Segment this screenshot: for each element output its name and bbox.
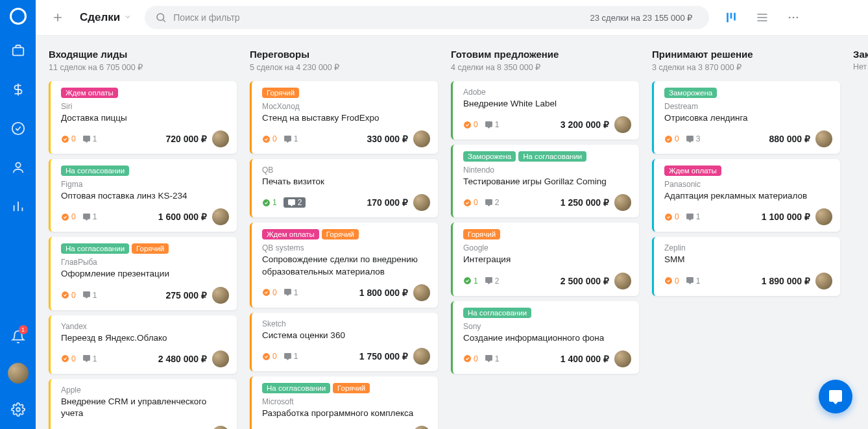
deal-title: Отрисовка лендинга bbox=[664, 112, 832, 124]
deal-tag: Горячий bbox=[463, 229, 500, 239]
deal-price: 2 480 000 ₽ bbox=[158, 354, 207, 364]
deal-card[interactable]: QBПечать визиток 1 2 170 000 ₽ bbox=[250, 159, 438, 217]
more-button[interactable] bbox=[784, 8, 802, 27]
column-subtitle: 3 сделки на 3 870 000 ₽ bbox=[652, 62, 840, 72]
deal-card[interactable]: ЗамороженаDestreamОтрисовка лендинга 0 3… bbox=[652, 81, 840, 154]
svg-point-7 bbox=[797, 17, 799, 19]
comment-count: 2 bbox=[485, 198, 500, 207]
deal-card[interactable]: SketchСистема оценки 360 0 1 1 750 000 ₽ bbox=[250, 313, 438, 371]
deal-card[interactable]: YandexПереезд в Яндекс.Облако 0 1 2 480 … bbox=[49, 315, 237, 374]
deal-card[interactable]: На согласованииSonyСоздание информационн… bbox=[451, 301, 639, 374]
comment-count: 1 bbox=[82, 134, 97, 143]
check-count: 0 bbox=[262, 134, 277, 143]
assignee-avatar bbox=[815, 130, 832, 147]
comment-count: 1 bbox=[283, 134, 298, 143]
add-button[interactable] bbox=[49, 8, 67, 27]
svg-point-13 bbox=[263, 136, 270, 143]
kanban-column: Входящие лиды 11 сделок на 6 705 000 ₽Жд… bbox=[49, 49, 237, 429]
assignee-avatar bbox=[815, 273, 832, 289]
deal-company: Siri bbox=[61, 102, 229, 111]
deal-price: 275 000 ₽ bbox=[166, 290, 208, 300]
chevron-down-icon bbox=[124, 11, 132, 24]
svg-point-15 bbox=[263, 289, 270, 296]
check-count: 1 bbox=[262, 198, 277, 207]
deal-card[interactable]: ГорячийGoogleИнтеграция 1 2 2 500 000 ₽ bbox=[451, 223, 639, 295]
nav-money[interactable] bbox=[5, 77, 31, 103]
deal-card[interactable]: Ждем оплатыГорячийQB systemsСопровождени… bbox=[250, 223, 438, 307]
chat-button[interactable] bbox=[819, 380, 852, 413]
deal-card[interactable]: На согласованииFigmaОптовая поставка лин… bbox=[49, 159, 237, 232]
deal-card[interactable]: ЗамороженаНа согласованииNintendoТестиро… bbox=[451, 145, 639, 217]
column-subtitle: 5 сделок на 4 230 000 ₽ bbox=[250, 62, 438, 72]
assignee-avatar bbox=[413, 348, 430, 365]
deal-tag: На согласовании bbox=[262, 383, 330, 393]
deal-company: Panasonic bbox=[664, 180, 832, 189]
assignee-avatar bbox=[614, 116, 631, 133]
deal-tag: Заморожена bbox=[463, 151, 516, 162]
page-title-dropdown[interactable]: Сделки bbox=[80, 11, 132, 24]
deal-company: Apple bbox=[61, 386, 229, 395]
deal-company: ГлавРыба bbox=[61, 258, 229, 267]
nav-briefcase[interactable] bbox=[5, 38, 31, 64]
deal-card[interactable]: Ждем оплатыSiriДоставка пиццы 0 1 720 00… bbox=[49, 81, 237, 154]
comment-count: 1 bbox=[485, 354, 500, 363]
search-input[interactable]: Поиск и фильтр 23 сделки на 23 155 000 ₽ bbox=[145, 6, 709, 29]
deal-tag: Горячий bbox=[262, 88, 299, 98]
deal-title: Переезд в Яндекс.Облако bbox=[61, 332, 229, 344]
kanban-column: Переговоры 5 сделок на 4 230 000 ₽Горячи… bbox=[250, 49, 438, 429]
comment-count: 1 bbox=[82, 212, 97, 221]
deal-company: QB bbox=[262, 165, 430, 175]
app-logo[interactable] bbox=[10, 8, 27, 25]
svg-point-5 bbox=[789, 17, 791, 19]
deal-title: Адаптация рекламных материалов bbox=[664, 190, 832, 202]
deal-company: Destream bbox=[664, 102, 832, 111]
deal-price: 1 890 000 ₽ bbox=[762, 276, 810, 286]
deal-company: Zeplin bbox=[664, 243, 832, 252]
comment-count: 1 bbox=[283, 352, 298, 361]
deal-price: 880 000 ₽ bbox=[769, 134, 811, 144]
deal-tag: Горячий bbox=[333, 383, 370, 393]
nav-settings[interactable] bbox=[5, 397, 31, 423]
deal-tag: Ждем оплаты bbox=[262, 229, 319, 239]
nav-bell[interactable]: 1 bbox=[5, 324, 31, 350]
deal-tag: Заморожена bbox=[664, 88, 717, 98]
page-title: Сделки bbox=[80, 11, 120, 24]
assignee-avatar bbox=[212, 130, 229, 147]
column-subtitle: Нет с bbox=[853, 62, 868, 71]
deal-card[interactable]: Ждем оплатыPanasonicАдаптация рекламных … bbox=[652, 159, 840, 232]
deal-price: 3 200 000 ₽ bbox=[561, 119, 609, 130]
check-count: 0 bbox=[61, 354, 76, 363]
check-count: 0 bbox=[61, 291, 76, 300]
comment-count: 2 bbox=[283, 197, 306, 208]
deal-card[interactable]: AdobeВнедрение White Label 0 1 3 200 000… bbox=[451, 81, 639, 140]
column-title: Закл bbox=[853, 49, 868, 60]
nav-check[interactable] bbox=[5, 116, 31, 141]
assignee-avatar bbox=[212, 208, 229, 225]
deal-company: Adobe bbox=[463, 88, 631, 97]
deal-card[interactable]: На согласованииГорячийMicrosoftРазработк… bbox=[250, 376, 438, 429]
list-view-button[interactable] bbox=[753, 8, 771, 27]
deal-tag: Ждем оплаты bbox=[61, 88, 118, 98]
sidebar-avatar[interactable] bbox=[8, 363, 29, 384]
check-count: 0 bbox=[61, 134, 76, 143]
svg-point-20 bbox=[464, 277, 471, 284]
column-title: Входящие лиды bbox=[49, 49, 237, 60]
kanban-view-button[interactable] bbox=[722, 8, 740, 27]
kanban-column: Принимают решение 3 сделки на 3 870 000 … bbox=[652, 49, 840, 429]
deal-card[interactable]: AppleВнедрение CRM и управленческого уче… bbox=[49, 379, 237, 429]
column-title: Принимают решение bbox=[652, 49, 840, 60]
nav-user[interactable] bbox=[5, 154, 31, 180]
deal-price: 1 250 000 ₽ bbox=[561, 197, 609, 208]
assignee-avatar bbox=[614, 350, 631, 367]
deal-title: Тестирование игры Gorillaz Coming bbox=[463, 176, 631, 188]
nav-stats[interactable] bbox=[5, 193, 31, 219]
deal-price: 1 750 000 ₽ bbox=[359, 351, 408, 362]
deal-card[interactable]: ZeplinSMM 0 1 1 890 000 ₽ bbox=[652, 237, 840, 295]
comment-count: 1 bbox=[82, 354, 97, 363]
check-count: 0 bbox=[463, 354, 478, 363]
deal-card[interactable]: ГорячийМосХолодСтенд на выставку FrodExp… bbox=[250, 81, 438, 154]
assignee-avatar bbox=[614, 273, 631, 289]
sidebar: 1 bbox=[0, 0, 36, 429]
svg-point-4 bbox=[157, 14, 164, 21]
deal-card[interactable]: На согласованииГорячийГлавРыбаОформление… bbox=[49, 237, 237, 310]
